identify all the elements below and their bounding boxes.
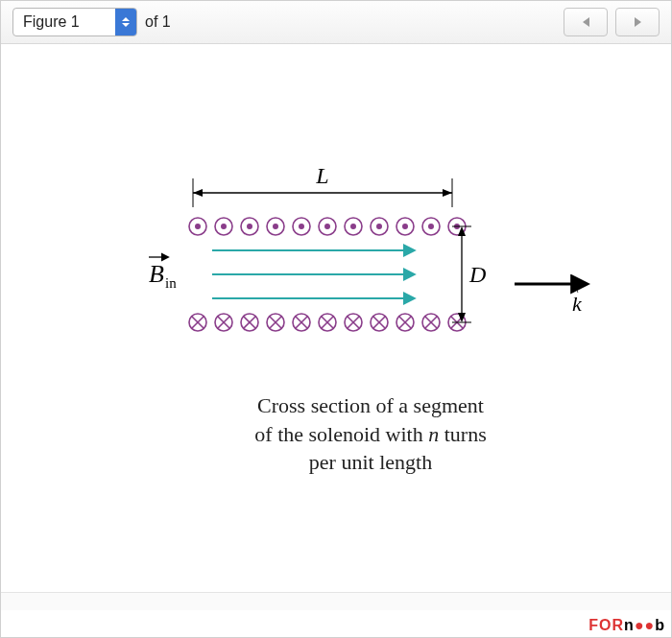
svg-point-6	[196, 224, 200, 228]
figure-count-label: of 1	[145, 13, 171, 31]
solenoid-diagram: L	[135, 140, 606, 477]
caption-line-2b: turns	[439, 422, 487, 446]
figure-select-stepper[interactable]	[115, 9, 136, 35]
svg-point-18	[351, 224, 355, 228]
svg-text:^: ^	[572, 284, 579, 298]
caption-line-3: per unit length	[309, 450, 432, 474]
svg-point-16	[325, 224, 329, 228]
svg-marker-4	[443, 189, 452, 197]
svg-marker-3	[193, 189, 203, 197]
coil-bottom-row	[189, 314, 466, 331]
next-figure-button[interactable]	[615, 8, 660, 36]
figure-panel: Figure 1 of 1	[0, 0, 672, 638]
figure-select-label: Figure 1	[13, 9, 115, 35]
svg-text:B: B	[149, 260, 164, 288]
svg-point-12	[274, 224, 277, 228]
chevron-left-icon	[583, 17, 589, 27]
length-label: L	[315, 163, 328, 188]
figure-content: L	[1, 44, 671, 611]
svg-point-10	[248, 224, 252, 228]
svg-point-24	[429, 224, 433, 228]
caption-line-2a: of the solenoid with	[254, 422, 428, 446]
figure-footer	[1, 592, 671, 610]
svg-point-20	[377, 224, 381, 228]
diameter-label: D	[468, 262, 486, 287]
svg-text:in: in	[165, 275, 177, 291]
diagram-caption: Cross section of a segment of the soleno…	[135, 391, 606, 477]
caption-line-1: Cross section of a segment	[257, 393, 484, 417]
solenoid-svg: L	[135, 140, 606, 361]
figure-select[interactable]: Figure 1	[12, 8, 137, 36]
field-arrows	[212, 250, 414, 298]
chevron-down-icon	[122, 23, 130, 27]
svg-point-8	[222, 224, 226, 228]
svg-point-22	[403, 224, 407, 228]
caption-var-n: n	[428, 422, 439, 446]
coil-top-row	[189, 218, 466, 235]
b-in-label: B in	[149, 257, 177, 291]
chevron-right-icon	[635, 17, 641, 27]
prev-figure-button[interactable]	[564, 8, 608, 36]
svg-point-14	[300, 224, 303, 228]
watermark: FORn●●b	[588, 617, 665, 634]
figure-toolbar: Figure 1 of 1	[1, 1, 671, 44]
chevron-up-icon	[122, 17, 130, 21]
